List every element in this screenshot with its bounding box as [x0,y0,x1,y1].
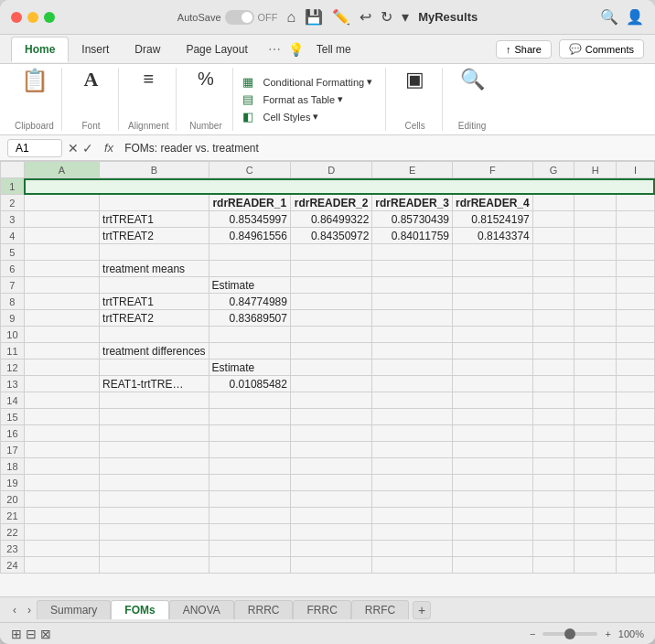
comments-button[interactable]: 💬 Comments [559,39,644,59]
cell[interactable] [616,491,654,508]
cell[interactable] [453,327,533,343]
col-header-c[interactable]: C [209,162,290,178]
cell[interactable] [100,557,209,574]
cell[interactable] [24,524,99,541]
cell[interactable] [290,409,371,425]
cell[interactable] [290,343,371,360]
cell[interactable] [290,360,371,376]
cell[interactable] [372,360,453,376]
col-header-g[interactable]: G [532,162,574,178]
cells-button[interactable]: ▣ [400,68,430,91]
cell[interactable] [372,491,453,508]
cell[interactable]: trtTREAT2 [100,310,209,327]
cell[interactable] [532,195,574,211]
tab-draw[interactable]: Draw [122,38,173,61]
row-header-13[interactable]: 13 [1,376,25,392]
col-header-a[interactable]: A [24,162,99,178]
cell[interactable] [574,541,617,557]
cell[interactable] [453,376,533,392]
cell[interactable] [616,475,654,491]
format-as-table-button[interactable]: Format as Table ▾ [257,91,349,107]
cell[interactable] [616,211,654,228]
cell[interactable] [532,277,574,294]
cell[interactable] [372,458,453,475]
cell[interactable] [209,392,290,409]
cell[interactable] [532,211,574,228]
cell[interactable] [290,458,371,475]
cell[interactable] [24,294,99,310]
row-header-1[interactable]: 1 [1,178,25,195]
row-header-7[interactable]: 7 [1,277,25,294]
cell[interactable] [100,491,209,508]
col-header-d[interactable]: D [290,162,371,178]
cell[interactable] [209,409,290,425]
cell[interactable] [24,277,99,294]
home-icon[interactable]: ⌂ [287,9,296,26]
cell[interactable] [616,327,654,343]
cell[interactable] [24,261,99,277]
col-header-i[interactable]: I [616,162,654,178]
cell[interactable] [209,508,290,524]
formula-input[interactable] [124,142,648,155]
cell[interactable]: rdrREADER_4 [453,195,533,211]
cell[interactable] [209,475,290,491]
cell[interactable] [24,458,99,475]
cell[interactable] [616,343,654,360]
cell[interactable] [574,475,617,491]
cell[interactable] [209,524,290,541]
cell[interactable] [616,277,654,294]
profile-icon[interactable]: 👤 [626,8,644,26]
cell[interactable] [453,508,533,524]
cell[interactable] [453,491,533,508]
layout-view-icon[interactable]: ⊠ [40,627,51,641]
cell[interactable] [372,310,453,327]
cancel-icon[interactable]: ✕ [68,141,79,156]
cell[interactable]: 0.85345997 [209,211,290,228]
cell[interactable] [532,360,574,376]
row-header-22[interactable]: 22 [1,524,25,541]
cell[interactable] [616,392,654,409]
undo-icon[interactable]: ↩ [360,8,371,26]
cell[interactable] [372,442,453,458]
cell[interactable] [574,360,617,376]
cell[interactable] [24,491,99,508]
page-view-icon[interactable]: ⊟ [26,627,37,641]
editing-button[interactable]: 🔍 [455,68,490,91]
cell[interactable] [372,392,453,409]
zoom-slider[interactable] [542,632,597,636]
cell[interactable]: trtTREAT2 [100,228,209,244]
sheet-tab-foms[interactable]: FOMs [111,600,168,619]
row-header-18[interactable]: 18 [1,458,25,475]
cell[interactable] [616,508,654,524]
cell[interactable] [372,261,453,277]
cell[interactable] [532,244,574,261]
cell[interactable] [24,178,654,195]
cell[interactable] [453,294,533,310]
cell[interactable] [574,195,617,211]
cell[interactable] [532,508,574,524]
cell[interactable] [209,261,290,277]
cell[interactable] [574,228,617,244]
cell[interactable] [453,409,533,425]
cell[interactable] [616,458,654,475]
cell[interactable] [574,211,617,228]
cell[interactable] [372,277,453,294]
cell[interactable] [24,211,99,228]
col-header-b[interactable]: B [100,162,209,178]
row-header-21[interactable]: 21 [1,508,25,524]
conditional-formatting-button[interactable]: Conditional Formatting ▾ [257,74,378,90]
cell[interactable] [453,343,533,360]
cell[interactable] [453,475,533,491]
cell[interactable] [453,360,533,376]
cell[interactable] [372,244,453,261]
cell[interactable] [24,508,99,524]
cell[interactable] [100,409,209,425]
minimize-button[interactable] [27,12,38,23]
cell[interactable]: 0.8143374 [453,228,533,244]
row-header-23[interactable]: 23 [1,541,25,557]
cell[interactable] [209,442,290,458]
cell[interactable] [616,557,654,574]
sheet-tab-frrc[interactable]: FRRC [293,600,350,619]
cell[interactable] [372,524,453,541]
cell[interactable] [24,310,99,327]
